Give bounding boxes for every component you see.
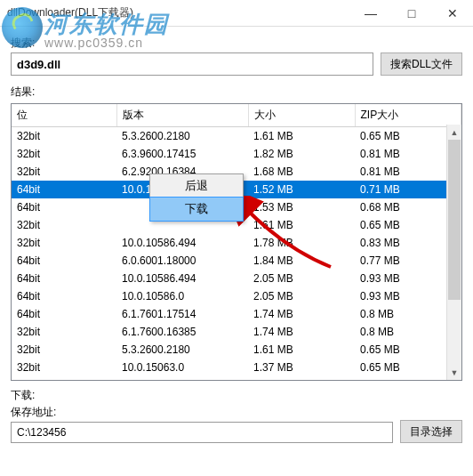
cell-size: 2.05 MB (248, 287, 355, 305)
col-version[interactable]: 版本 (116, 104, 248, 127)
cell-size: 1.37 MB (248, 359, 355, 376)
scroll-down-icon[interactable]: ▼ (447, 365, 461, 380)
search-label: 搜索: (11, 36, 373, 51)
cell-ver: 10.0.10586.494 (116, 270, 248, 287)
cell-ver: 5.3.2600.2180 (116, 127, 248, 146)
maximize-button[interactable]: □ (391, 0, 432, 27)
cell-zip: 0.65 MB (355, 127, 461, 146)
cell-zip: 0.65 MB (355, 341, 461, 359)
results-label: 结果: (11, 85, 462, 100)
cell-ver: 6.1.7601.17514 (116, 305, 248, 323)
cell-bit: 64bit (12, 198, 116, 216)
save-path-label: 保存地址: (11, 405, 393, 420)
cell-zip: 0.71 MB (355, 181, 461, 198)
cell-bit: 64bit (12, 305, 116, 323)
cell-zip: 0.92 MB (355, 376, 461, 381)
table-header-row: 位 版本 大小 ZIP大小 (12, 104, 461, 127)
cell-size: 1.74 MB (248, 323, 355, 341)
cell-ver: 10.0.10586.494 (116, 234, 248, 252)
cell-ver: 6.3.9600.17415 (116, 145, 248, 163)
cell-zip: 0.65 MB (355, 359, 461, 376)
cell-zip: 0.65 MB (355, 216, 461, 234)
save-path-input[interactable] (11, 422, 393, 443)
cell-ver: 10.0.10240.16412 (116, 376, 248, 381)
cell-size: 2.05 MB (248, 270, 355, 287)
table-row[interactable]: 64bit6.0.6001.180001.84 MB0.77 MB (12, 252, 461, 270)
table-row[interactable]: 32bit10.0.10586.4941.78 MB0.83 MB (12, 234, 461, 252)
close-button[interactable]: ✕ (432, 0, 473, 27)
cell-ver: 6.0.6001.18000 (116, 252, 248, 270)
cell-size: 1.74 MB (248, 305, 355, 323)
scroll-thumb[interactable] (448, 140, 461, 300)
cell-zip: 0.8 MB (355, 323, 461, 341)
cell-size: 1.68 MB (248, 163, 355, 181)
cell-bit: 32bit (12, 234, 116, 252)
cell-bit: 64bit (12, 270, 116, 287)
search-button[interactable]: 搜索DLL文件 (381, 52, 462, 76)
cell-ver: 6.1.7600.16385 (116, 323, 248, 341)
cell-zip: 0.77 MB (355, 252, 461, 270)
minimize-button[interactable]: — (350, 0, 391, 27)
cell-size: 1.61 MB (248, 127, 355, 146)
col-zipsize[interactable]: ZIP大小 (355, 104, 461, 127)
results-table: 位 版本 大小 ZIP大小 32bit5.3.2600.21801.61 MB0… (11, 103, 462, 381)
table-row[interactable]: 64bit10.0.10586.4942.05 MB0.93 MB (12, 270, 461, 287)
cell-bit: 32bit (12, 323, 116, 341)
cell-ver: 10.0.15063.0 (116, 359, 248, 376)
cell-size: 1.78 MB (248, 234, 355, 252)
cell-bit: 32bit (12, 145, 116, 163)
search-input[interactable] (11, 52, 373, 76)
table-row[interactable]: 64bit6.1.7601.175141.74 MB0.8 MB (12, 305, 461, 323)
table-row[interactable]: 32bit5.3.2600.21801.61 MB0.65 MB (12, 127, 461, 146)
cell-zip: 0.93 MB (355, 287, 461, 305)
table-row[interactable]: 32bit6.3.9600.174151.82 MB0.81 MB (12, 145, 461, 163)
cell-zip: 0.93 MB (355, 270, 461, 287)
browse-button[interactable]: 目录选择 (400, 420, 462, 443)
table-row[interactable]: 64bit10.0.10240.164122.05 MB0.92 MB (12, 376, 461, 381)
cell-bit: 32bit (12, 127, 116, 146)
titlebar: dllDownloader(DLL下载器) — □ ✕ (0, 0, 473, 27)
col-bit[interactable]: 位 (12, 104, 116, 127)
table-row[interactable]: 32bit5.3.2600.21801.61 MB0.65 MB (12, 341, 461, 359)
table-row[interactable]: 64bit10.0.10586.02.05 MB0.93 MB (12, 287, 461, 305)
cell-zip: 0.83 MB (355, 234, 461, 252)
cell-zip: 0.68 MB (355, 198, 461, 216)
cell-bit: 32bit (12, 163, 116, 181)
cell-zip: 0.81 MB (355, 145, 461, 163)
cell-bit: 64bit (12, 181, 116, 198)
download-section-label: 下载: (11, 388, 462, 403)
window-title: dllDownloader(DLL下载器) (7, 5, 350, 20)
table-row[interactable]: 32bit6.1.7600.163851.74 MB0.8 MB (12, 323, 461, 341)
cell-zip: 0.8 MB (355, 305, 461, 323)
menu-back[interactable]: 后退 (150, 174, 243, 198)
cell-bit: 32bit (12, 216, 116, 234)
cell-ver: 10.0.10586.0 (116, 287, 248, 305)
cell-bit: 64bit (12, 376, 116, 381)
menu-download[interactable]: 下载 (149, 197, 244, 222)
scroll-up-icon[interactable]: ▲ (447, 125, 461, 140)
vertical-scrollbar[interactable]: ▲ ▼ (446, 125, 461, 380)
col-size[interactable]: 大小 (248, 104, 355, 127)
cell-bit: 64bit (12, 287, 116, 305)
context-menu: 后退 下载 (149, 173, 244, 222)
cell-bit: 64bit (12, 252, 116, 270)
cell-size: 1.61 MB (248, 216, 355, 234)
cell-bit: 32bit (12, 359, 116, 376)
table-row[interactable]: 32bit10.0.15063.01.37 MB0.65 MB (12, 359, 461, 376)
cell-size: 2.05 MB (248, 376, 355, 381)
cell-size: 1.82 MB (248, 145, 355, 163)
cell-size: 1.52 MB (248, 181, 355, 198)
cell-zip: 0.81 MB (355, 163, 461, 181)
cell-size: 1.53 MB (248, 198, 355, 216)
cell-size: 1.61 MB (248, 341, 355, 359)
cell-bit: 32bit (12, 341, 116, 359)
cell-size: 1.84 MB (248, 252, 355, 270)
cell-ver: 5.3.2600.2180 (116, 341, 248, 359)
